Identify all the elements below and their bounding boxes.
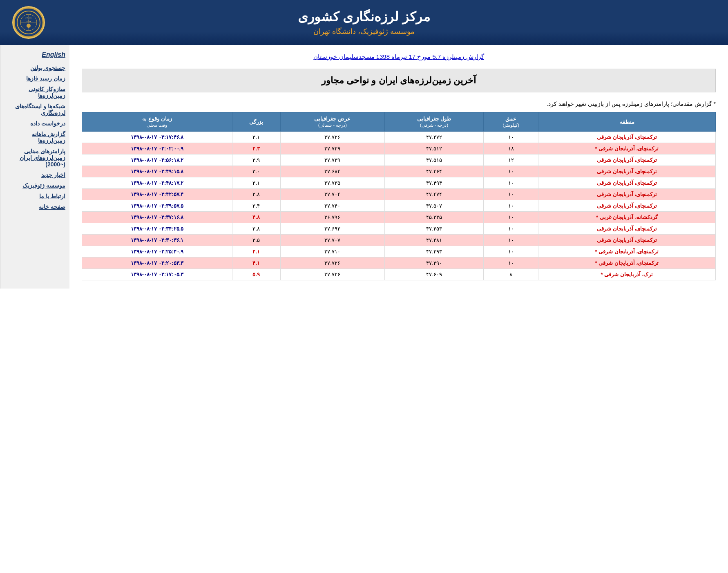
td-magnitude: ۳.۰ — [232, 166, 280, 177]
logo-circle: دانشگاه تهران — [12, 6, 45, 39]
sidebar-link-item[interactable]: صفحه خانه — [4, 204, 65, 210]
td-magnitude: ۴.۳ — [232, 143, 280, 154]
sidebar-link-item[interactable]: سازوکار کانونی زمین‌لرزه‌ها — [4, 86, 65, 99]
sidebar-link-item[interactable]: شبکه‌ها و ایستگاه‌های لرزه‌نگاری — [4, 103, 65, 116]
sidebar-link-item[interactable]: گزارش ماهانه زمین‌لرزه‌ها — [4, 131, 65, 144]
sidebar-link-item[interactable]: زمان رسید فازها — [4, 75, 65, 82]
td-magnitude: ۳.۹ — [232, 154, 280, 166]
region-link[interactable]: ترکمنچای، آذربایجان شرقی — [597, 180, 657, 186]
td-time: ۱۳۹۸-۰۸-۱۷ ۰۲:۳۴:۲۵.۵ — [82, 223, 232, 235]
logo-inner: دانشگاه تهران — [14, 8, 43, 37]
td-magnitude: ۵.۹ — [232, 269, 280, 280]
th-longitude: طول جغرافیایی (درجه - شرقی) — [384, 112, 483, 132]
earthquake-table: منطقه عمق (کیلومتر) طول جغرافیایی (درجه … — [82, 112, 716, 280]
td-latitude: ۳۷.۷۲۹ — [280, 143, 384, 154]
region-link[interactable]: ترک، آذربایجان شرقی * — [601, 271, 653, 278]
report-link[interactable]: گزارش زمینلرزه 5.7 مورخ 17 تیرماه 1398 م… — [313, 53, 484, 60]
td-latitude: ۳۷.۷۰۷ — [280, 235, 384, 246]
table-row: ترکمنچای، آذربایجان شرقی۱۰۴۷.۴۹۴۳۷.۷۳۵۳.… — [82, 177, 716, 189]
region-link[interactable]: ترکمنچای، آذربایجان شرقی — [597, 168, 657, 175]
sidebar-link-item[interactable]: درخواست داده — [4, 120, 65, 127]
td-longitude: ۴۷.۵۱۲ — [384, 143, 483, 154]
td-depth: ۱۰ — [484, 212, 538, 223]
table-row: گردکشانه، آذربایجان غربی *۱۰۴۵.۳۳۵۳۶.۷۹۶… — [82, 212, 716, 223]
table-row: ترکمنچای، آذربایجان شرقی *۱۰۴۷.۳۹۰۳۷.۷۲۶… — [82, 257, 716, 269]
table-row: ترک، آذربایجان شرقی *۸۴۷.۶۰۹۳۷.۷۲۶۵.۹۱۳۹… — [82, 269, 716, 280]
td-time: ۱۳۹۸-۰۸-۱۷ ۰۲:۳۷:۱۶.۸ — [82, 212, 232, 223]
td-region: ترکمنچای، آذربایجان شرقی — [538, 235, 716, 246]
td-time: ۱۳۹۸-۰۸-۱۷ ۰۲:۴۲:۵۷.۴ — [82, 189, 232, 200]
sidebar-link-item[interactable]: اخبار جدید — [4, 172, 65, 178]
td-latitude: ۳۷.۷۱۰ — [280, 246, 384, 257]
region-link[interactable]: ترکمنچای، آذربایجان شرقی — [597, 203, 657, 209]
td-depth: ۱۰ — [484, 166, 538, 177]
table-row: ترکمنچای، آذربایجان شرقی۱۰۴۷.۴۷۴۳۷.۷۰۴۲.… — [82, 189, 716, 200]
td-magnitude: ۳.۵ — [232, 235, 280, 246]
sidebar: English جستجوی بولتنزمان رسید فازهاسازوک… — [0, 45, 69, 289]
region-link[interactable]: ترکمنچای، آذربایجان شرقی * — [595, 145, 659, 152]
td-longitude: ۴۷.۳۹۰ — [384, 257, 483, 269]
td-longitude: ۴۷.۴۷۲ — [384, 132, 483, 143]
td-magnitude: ۴.۱ — [232, 257, 280, 269]
td-region: ترکمنچای، آذربایجان شرقی * — [538, 246, 716, 257]
site-subtitle: موسسه ژئوفیزیک، دانشگاه تهران — [298, 27, 430, 36]
region-link[interactable]: ترکمنچای، آذربایجان شرقی — [597, 226, 657, 232]
university-logo-svg: دانشگاه تهران — [16, 10, 41, 35]
content-area: گزارش زمینلرزه 5.7 مورخ 17 تیرماه 1398 م… — [69, 45, 728, 289]
td-latitude: ۳۷.۷۲۶ — [280, 257, 384, 269]
section-title-box: آخرین زمین‌لرزه‌های ایران و نواحی مجاور — [82, 69, 716, 92]
table-row: ترکمنچای، آذربایجان شرقی۱۰۴۷.۴۸۱۳۷.۷۰۷۳.… — [82, 235, 716, 246]
td-time: ۱۳۹۸-۰۸-۱۷ ۰۲:۵۶:۱۸.۲ — [82, 154, 232, 166]
report-link-container: گزارش زمینلرزه 5.7 مورخ 17 تیرماه 1398 م… — [82, 53, 716, 60]
td-latitude: ۳۷.۷۰۴ — [280, 189, 384, 200]
sidebar-english-link[interactable]: English — [4, 51, 65, 58]
region-link[interactable]: ترکمنچای، آذربایجان شرقی — [597, 191, 657, 197]
region-link[interactable]: ترکمنچای، آذربایجان شرقی — [597, 237, 657, 243]
td-longitude: ۴۷.۶۰۹ — [384, 269, 483, 280]
main-layout: گزارش زمینلرزه 5.7 مورخ 17 تیرماه 1398 م… — [0, 45, 728, 289]
td-time: ۱۳۹۸-۰۸-۱۷ ۰۳:۱۷:۴۶.۸ — [82, 132, 232, 143]
site-title: مرکز لرزه‌نگاری کشوری — [298, 9, 430, 25]
table-row: ترکمنچای، آذربایجان شرقی۱۰۴۷.۴۵۳۳۷.۶۹۳۳.… — [82, 223, 716, 235]
preliminary-note: * گزارش مقدماتی؛ پارامترهای زمینلرزه پس … — [82, 101, 716, 107]
sidebar-link-item[interactable]: پارامترهای مبنایی زمین‌لرزه‌های ایران (~… — [4, 148, 65, 168]
td-depth: ۱۸ — [484, 143, 538, 154]
td-magnitude: ۲.۸ — [232, 189, 280, 200]
header-logo: دانشگاه تهران — [12, 6, 45, 39]
td-latitude: ۳۶.۷۹۶ — [280, 212, 384, 223]
td-longitude: ۴۷.۴۷۴ — [384, 189, 483, 200]
td-longitude: ۴۷.۵۰۷ — [384, 200, 483, 212]
region-link[interactable]: ترکمنچای، آذربایجان شرقی — [597, 157, 657, 163]
td-magnitude: ۳.۴ — [232, 200, 280, 212]
td-latitude: ۳۷.۷۳۹ — [280, 154, 384, 166]
td-time: ۱۳۹۸-۰۸-۱۷ ۰۲:۳۰:۳۶.۱ — [82, 235, 232, 246]
td-longitude: ۴۷.۴۹۳ — [384, 246, 483, 257]
sidebar-link-item[interactable]: جستجوی بولتن — [4, 65, 65, 71]
td-depth: ۱۰ — [484, 246, 538, 257]
region-link[interactable]: ترکمنچای، آذربایجان شرقی * — [595, 248, 659, 255]
th-region: منطقه — [538, 112, 716, 132]
table-row: ترکمنچای، آذربایجان شرقی۱۰۴۷.۴۶۴۳۷.۶۸۴۳.… — [82, 166, 716, 177]
td-depth: ۱۰ — [484, 132, 538, 143]
td-time: ۱۳۹۸-۰۸-۱۷ ۰۳:۰۲:۰۰.۹ — [82, 143, 232, 154]
td-depth: ۸ — [484, 269, 538, 280]
sidebar-link-item[interactable]: ارتباط با ما — [4, 193, 65, 199]
td-depth: ۱۲ — [484, 154, 538, 166]
td-latitude: ۳۷.۷۴۰ — [280, 200, 384, 212]
td-longitude: ۴۷.۴۵۳ — [384, 223, 483, 235]
region-link[interactable]: گردکشانه، آذربایجان غربی * — [596, 214, 658, 220]
table-row: ترکمنچای، آذربایجان شرقی۱۲۴۷.۵۱۵۳۷.۷۳۹۳.… — [82, 154, 716, 166]
td-region: ترک، آذربایجان شرقی * — [538, 269, 716, 280]
td-depth: ۱۰ — [484, 257, 538, 269]
td-latitude: ۳۷.۷۲۶ — [280, 269, 384, 280]
region-link[interactable]: ترکمنچای، آذربایجان شرقی — [597, 134, 657, 140]
sidebar-link-item[interactable]: موسسه ژئوفیزیک — [4, 182, 65, 189]
region-link[interactable]: ترکمنچای، آذربایجان شرقی * — [595, 260, 659, 266]
td-region: ترکمنچای، آذربایجان شرقی — [538, 166, 716, 177]
td-latitude: ۳۷.۷۲۶ — [280, 132, 384, 143]
td-region: گردکشانه، آذربایجان غربی * — [538, 212, 716, 223]
td-region: ترکمنچای، آذربایجان شرقی — [538, 177, 716, 189]
td-region: ترکمنچای، آذربایجان شرقی — [538, 223, 716, 235]
section-title: آخرین زمین‌لرزه‌های ایران و نواحی مجاور — [88, 75, 709, 86]
table-row: ترکمنچای، آذربایجان شرقی *۱۸۴۷.۵۱۲۳۷.۷۲۹… — [82, 143, 716, 154]
